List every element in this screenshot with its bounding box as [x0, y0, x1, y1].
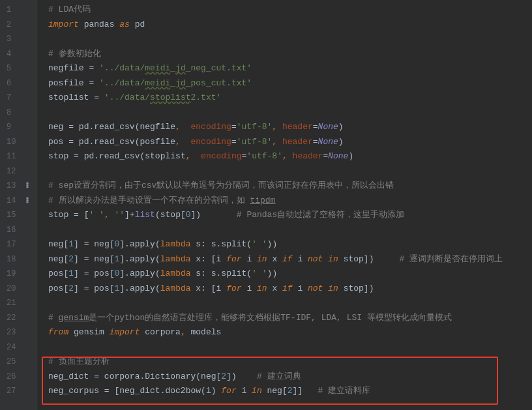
line-number[interactable]: 20	[0, 282, 36, 297]
code-line[interactable]: # 负面主题分析	[37, 355, 532, 370]
line-number[interactable]: 16	[0, 223, 36, 238]
code-line[interactable]: neg_corpus = [neg_dict.doc2bow(i) for i …	[37, 384, 532, 399]
change-marker-icon[interactable]	[25, 196, 33, 204]
line-number[interactable]: 12	[0, 164, 36, 179]
code-line[interactable]: # 参数初始化	[37, 47, 532, 62]
line-number[interactable]: 18	[0, 252, 36, 267]
line-number[interactable]: 26	[0, 370, 36, 385]
code-line[interactable]	[37, 296, 532, 311]
line-number[interactable]: 7	[0, 91, 36, 106]
line-number[interactable]: 1	[0, 3, 36, 18]
code-line[interactable]	[37, 32, 532, 47]
code-line[interactable]	[37, 164, 532, 179]
code-line[interactable]: pos[1] = pos[0].apply(lambda s: s.split(…	[37, 267, 532, 282]
code-line[interactable]: stop = [' ', '']+list(stop[0]) # Pandas自…	[37, 208, 532, 223]
line-number[interactable]: 19	[0, 267, 36, 282]
code-line[interactable]: pos = pd.read_csv(posfile, encoding='utf…	[37, 135, 532, 150]
code-line[interactable]: from gensim import corpora, models	[37, 325, 532, 340]
line-number[interactable]: 21	[0, 296, 36, 311]
line-number[interactable]: 24	[0, 340, 36, 355]
code-line[interactable]	[37, 223, 532, 238]
code-line[interactable]: # gensim是一个python的自然语言处理库，能够将文档根据TF-IDF,…	[37, 311, 532, 326]
code-line[interactable]	[37, 106, 532, 121]
line-number[interactable]: 15	[0, 208, 36, 223]
line-number[interactable]: 9	[0, 120, 36, 135]
code-line[interactable]: # LDA代码	[37, 3, 532, 18]
code-line[interactable]: neg = pd.read_csv(negfile, encoding='utf…	[37, 120, 532, 135]
code-line[interactable]: neg[1] = neg[0].apply(lambda s: s.split(…	[37, 237, 532, 252]
code-line[interactable]: neg_dict = corpora.Dictionary(neg[2]) # …	[37, 370, 532, 385]
code-line[interactable]: neg[2] = neg[1].apply(lambda x: [i for i…	[37, 252, 532, 267]
code-line[interactable]: stop = pd.read_csv(stoplist, encoding='u…	[37, 149, 532, 164]
line-number[interactable]: 17	[0, 237, 36, 252]
line-number[interactable]: 8	[0, 106, 36, 121]
line-number[interactable]: 22	[0, 311, 36, 326]
code-line[interactable]: pos[2] = pos[1].apply(lambda x: [i for i…	[37, 282, 532, 297]
line-number[interactable]: 13	[0, 179, 36, 194]
code-editor-area[interactable]: # LDA代码import pandas as pd# 参数初始化negfile…	[37, 0, 532, 410]
line-number[interactable]: 4	[0, 47, 36, 62]
code-line[interactable]: negfile = '../data/meidi_jd_neg_cut.txt'	[37, 61, 532, 76]
line-number[interactable]: 27	[0, 384, 36, 399]
line-number[interactable]: 3	[0, 32, 36, 47]
line-number[interactable]: 11	[0, 149, 36, 164]
code-line[interactable]	[37, 340, 532, 355]
line-number[interactable]: 6	[0, 76, 36, 91]
code-line[interactable]: import pandas as pd	[37, 18, 532, 33]
line-number[interactable]: 2	[0, 18, 36, 33]
line-number[interactable]: 25	[0, 355, 36, 370]
line-number[interactable]: 10	[0, 135, 36, 150]
change-marker-icon[interactable]	[25, 181, 33, 189]
line-number[interactable]: 23	[0, 325, 36, 340]
line-number[interactable]: 14	[0, 194, 36, 209]
code-line[interactable]: # sep设置分割词，由于csv默认以半角逗号为分隔词，而该词正好在停用表中，所…	[37, 179, 532, 194]
code-line[interactable]: stoplist = '../data/stoplist2.txt'	[37, 91, 532, 106]
code-line[interactable]: posfile = '../data/meidi_jd_pos_cut.txt'	[37, 76, 532, 91]
code-line[interactable]: # 所以解决办法是手动设置一个不存在的分割词，如 tipdm	[37, 194, 532, 209]
line-number[interactable]: 5	[0, 61, 36, 76]
line-number-gutter: 1234567891011121314151617181920212223242…	[0, 0, 37, 410]
